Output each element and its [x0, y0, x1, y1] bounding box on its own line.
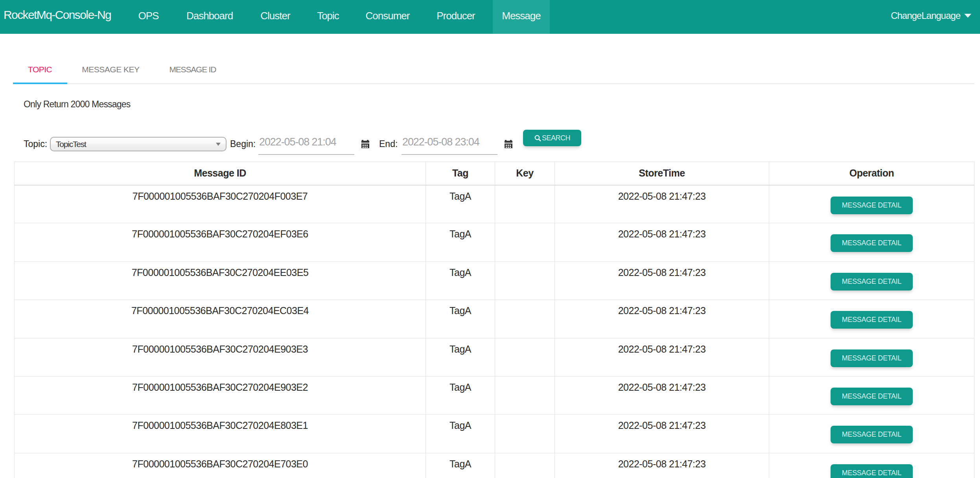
table-row: 7F000001005536BAF30C270204EF03E6 TagA 20… — [15, 223, 974, 261]
table-row: 7F000001005536BAF30C270204EC03E4 TagA 20… — [15, 300, 974, 338]
header-tag: Tag — [426, 162, 495, 185]
begin-label: Begin: — [230, 139, 256, 149]
cell-tag: TagA — [426, 261, 495, 300]
table-row: 7F000001005536BAF30C270204E703E0 TagA 20… — [15, 453, 974, 478]
message-detail-button[interactable]: MESSAGE DETAIL — [831, 349, 913, 367]
nav-link-cluster[interactable]: Cluster — [251, 0, 300, 34]
message-detail-button[interactable]: MESSAGE DETAIL — [831, 234, 913, 252]
cell-message-id: 7F000001005536BAF30C270204E803E1 — [15, 415, 426, 453]
cell-key — [495, 376, 555, 414]
cell-store-time: 2022-05-08 21:47:23 — [555, 223, 769, 261]
nav-link-dashboard[interactable]: Dashboard — [176, 0, 243, 34]
cell-message-id: 7F000001005536BAF30C270204E903E3 — [15, 338, 426, 376]
nav-link-ops[interactable]: OPS — [129, 0, 168, 34]
active-tab-inkbar — [13, 83, 67, 84]
nav-link-topic[interactable]: Topic — [308, 0, 348, 34]
change-language-menu[interactable]: ChangeLanguage — [891, 0, 971, 34]
cell-key — [495, 261, 555, 300]
cell-operation: MESSAGE DETAIL — [769, 185, 974, 223]
topic-select-wrap: TopicTest — [50, 137, 227, 151]
cell-tag: TagA — [426, 415, 495, 453]
header-operation: Operation — [769, 162, 974, 185]
cell-operation: MESSAGE DETAIL — [769, 300, 974, 338]
cell-tag: TagA — [426, 376, 495, 414]
cell-message-id: 7F000001005536BAF30C270204EC03E4 — [15, 300, 426, 338]
cell-store-time: 2022-05-08 21:47:23 — [555, 261, 769, 300]
nav-item-topic: Topic — [308, 0, 348, 34]
cell-operation: MESSAGE DETAIL — [769, 261, 974, 300]
table-row: 7F000001005536BAF30C270204E903E3 TagA 20… — [15, 338, 974, 376]
end-label: End: — [379, 139, 398, 149]
cell-key — [495, 415, 555, 453]
cell-key — [495, 223, 555, 261]
search-icon — [534, 134, 542, 142]
nav-link-producer[interactable]: Producer — [427, 0, 485, 34]
cell-key — [495, 338, 555, 376]
calendar-icon[interactable] — [505, 140, 512, 148]
nav-item-ops: OPS — [129, 0, 168, 34]
begin-time-input[interactable] — [258, 133, 354, 155]
cell-store-time: 2022-05-08 21:47:23 — [555, 338, 769, 376]
cell-message-id: 7F000001005536BAF30C270204F003E7 — [15, 185, 426, 223]
cell-message-id: 7F000001005536BAF30C270204EE03E5 — [15, 261, 426, 300]
end-time-input[interactable] — [402, 133, 497, 155]
message-detail-button[interactable]: MESSAGE DETAIL — [831, 273, 913, 290]
cell-message-id: 7F000001005536BAF30C270204EF03E6 — [15, 223, 426, 261]
message-detail-button[interactable]: MESSAGE DETAIL — [831, 388, 913, 405]
navbar: RocketMq-Console-Ng OPS Dashboard Cluste… — [0, 0, 980, 34]
table-row: 7F000001005536BAF30C270204F003E7 TagA 20… — [15, 185, 974, 223]
topic-label: Topic: — [24, 139, 47, 149]
cell-key — [495, 185, 555, 223]
nav-item-producer: Producer — [427, 0, 485, 34]
table-header-row: Message ID Tag Key StoreTime Operation — [15, 162, 974, 185]
cell-operation: MESSAGE DETAIL — [769, 415, 974, 453]
cell-tag: TagA — [426, 300, 495, 338]
nav-item-cluster: Cluster — [251, 0, 300, 34]
notice-text: Only Return 2000 Messages — [24, 99, 131, 110]
tab-topic[interactable]: TOPIC — [13, 59, 67, 83]
change-language-label: ChangeLanguage — [891, 10, 960, 21]
cell-tag: TagA — [426, 223, 495, 261]
nav-item-consumer: Consumer — [356, 0, 419, 34]
nav-item-dashboard: Dashboard — [176, 0, 243, 34]
cell-store-time: 2022-05-08 21:47:23 — [555, 415, 769, 453]
cell-tag: TagA — [426, 185, 495, 223]
header-store-time: StoreTime — [555, 162, 769, 185]
message-detail-button[interactable]: MESSAGE DETAIL — [831, 311, 913, 329]
cell-tag: TagA — [426, 338, 495, 376]
cell-store-time: 2022-05-08 21:47:23 — [555, 300, 769, 338]
table-row: 7F000001005536BAF30C270204EE03E5 TagA 20… — [15, 261, 974, 300]
nav-link-consumer[interactable]: Consumer — [356, 0, 419, 34]
caret-down-icon — [964, 14, 971, 18]
message-detail-button[interactable]: MESSAGE DETAIL — [831, 197, 913, 214]
header-message-id: Message ID — [15, 162, 426, 185]
cell-message-id: 7F000001005536BAF30C270204E703E0 — [15, 453, 426, 478]
cell-operation: MESSAGE DETAIL — [769, 376, 974, 414]
cell-store-time: 2022-05-08 21:47:23 — [555, 453, 769, 478]
message-table: Message ID Tag Key StoreTime Operation 7… — [14, 162, 974, 478]
table-row: 7F000001005536BAF30C270204E803E1 TagA 20… — [15, 415, 974, 453]
tab-message-id[interactable]: MESSAGE ID — [155, 59, 231, 83]
nav-link-message[interactable]: Message — [493, 0, 550, 34]
nav-item-message: Message — [493, 0, 550, 34]
tab-message-key[interactable]: MESSAGE KEY — [67, 59, 154, 83]
search-button[interactable]: SEARCH — [523, 130, 581, 146]
search-button-label: SEARCH — [542, 134, 570, 142]
tabs-divider — [13, 83, 974, 84]
cell-key — [495, 300, 555, 338]
cell-operation: MESSAGE DETAIL — [769, 453, 974, 478]
tabbar: TOPIC MESSAGE KEY MESSAGE ID — [13, 59, 231, 83]
cell-message-id: 7F000001005536BAF30C270204E903E2 — [15, 376, 426, 414]
topic-select[interactable]: TopicTest — [50, 137, 227, 151]
cell-key — [495, 453, 555, 478]
table-row: 7F000001005536BAF30C270204E903E2 TagA 20… — [15, 376, 974, 414]
nav-menu: OPS Dashboard Cluster Topic Consumer Pro… — [129, 0, 558, 34]
message-detail-button[interactable]: MESSAGE DETAIL — [831, 426, 913, 443]
cell-operation: MESSAGE DETAIL — [769, 223, 974, 261]
cell-operation: MESSAGE DETAIL — [769, 338, 974, 376]
calendar-icon[interactable] — [361, 140, 369, 148]
brand[interactable]: RocketMq-Console-Ng — [4, 0, 111, 32]
cell-store-time: 2022-05-08 21:47:23 — [555, 185, 769, 223]
message-detail-button[interactable]: MESSAGE DETAIL — [831, 464, 913, 478]
cell-store-time: 2022-05-08 21:47:23 — [555, 376, 769, 414]
